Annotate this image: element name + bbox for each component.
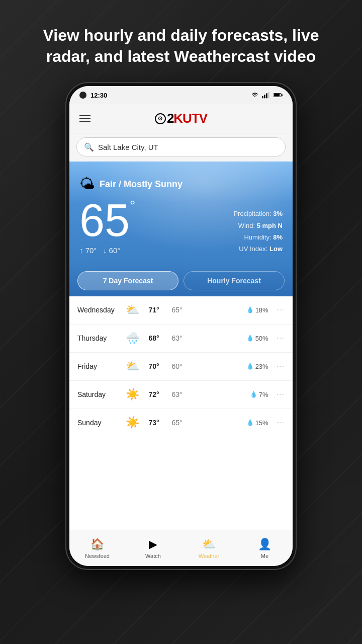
temp-high: 70° [85,246,97,255]
forecast-low: 65° [167,419,187,427]
svg-rect-5 [274,94,280,97]
forecast-more[interactable]: ··· [273,362,285,371]
forecast-icon: 🌧️ [124,332,140,345]
status-left: 12:30 [79,92,107,99]
raindrop-icon: 💧 [246,306,254,313]
page-background: View hourly and daily forecasts, live ra… [0,0,362,644]
temperature-main: 65° ↑ 70° ↓ 60° [79,198,135,255]
nav-newsfeed-icon: 🏠 [90,538,104,551]
forecast-more[interactable]: ··· [273,334,285,343]
humidity-stat: Humidity: 8% [233,231,283,243]
forecast-high: 68° [144,334,163,342]
camera-dot [79,92,86,99]
status-bar: 12:30 [69,86,293,104]
forecast-low: 63° [167,390,187,398]
temp-low: 60° [109,246,121,255]
raindrop-icon: 💧 [246,335,254,342]
forecast-day: Friday [77,362,120,370]
temp-high-low: ↑ 70° ↓ 60° [79,246,135,255]
forecast-icon: ☀️ [124,416,140,429]
forecast-day: Sunday [77,419,120,427]
logo: ⊙ 2 KUTV [99,111,263,126]
hamburger-menu[interactable] [77,113,93,124]
battery-icon [274,92,283,99]
forecast-low: 65° [167,306,187,314]
nav-me-icon: 👤 [258,538,272,551]
forecast-row[interactable]: Thursday 🌧️ 68° 63° 💧 50% ··· [69,325,293,353]
forecast-high: 71° [144,306,163,314]
tab-7day[interactable]: 7 Day Forecast [77,271,178,290]
wifi-icon [250,92,259,99]
svg-rect-1 [264,95,265,98]
condition-text: Fair / Mostly Sunny [100,179,183,190]
forecast-row[interactable]: Friday ⛅ 70° 60° 💧 23% ··· [69,353,293,381]
forecast-more[interactable]: ··· [273,305,285,314]
wind-stat: Wind: 5 mph N [233,220,283,231]
forecast-icon: ☀️ [124,388,140,401]
phone-frame: 12:30 [65,82,297,570]
forecast-high: 70° [144,362,163,370]
signal-icon [262,92,271,99]
svg-rect-2 [266,94,267,99]
nav-watch-label: Watch [145,553,161,559]
forecast-precip: 💧 18% [191,306,268,314]
nav-me-label: Me [261,553,268,559]
forecast-more[interactable]: ··· [273,390,285,399]
forecast-precip: 💧 23% [191,363,268,370]
status-icons [250,92,283,99]
nav-item-newsfeed[interactable]: 🏠 Newsfeed [69,530,125,566]
temperature-value: 65 [79,198,130,243]
tab-hourly[interactable]: Hourly Forecast [184,271,285,290]
svg-rect-0 [262,96,263,99]
forecast-row[interactable]: Sunday ☀️ 73° 65° 💧 15% ··· [69,409,293,437]
forecast-more[interactable]: ··· [273,418,285,427]
forecast-precip: 💧 7% [191,391,268,398]
temp-up-arrow: ↑ [79,246,83,255]
condition-row: 🌤 Fair / Mostly Sunny [79,176,283,193]
nav-weather-label: Weather [199,553,219,559]
cbs-eye-logo: ⊙ [155,113,166,124]
forecast-low: 63° [167,334,187,342]
top-nav: ⊙ 2 KUTV [69,104,293,133]
forecast-low: 60° [167,362,187,370]
nav-item-me[interactable]: 👤 Me [237,530,293,566]
forecast-high: 73° [144,419,163,427]
search-bar[interactable]: 🔍 [76,137,286,156]
location-search-input[interactable] [98,143,278,151]
forecast-icon: ⛅ [124,303,140,316]
raindrop-icon: 💧 [246,419,254,426]
svg-rect-3 [268,92,269,99]
nav-item-watch[interactable]: ▶ Watch [125,530,181,566]
weather-condition-icon: 🌤 [79,176,95,193]
forecast-precip: 💧 50% [191,335,268,342]
search-icon: 🔍 [84,142,94,152]
raindrop-icon: 💧 [250,391,257,398]
phone-screen: 12:30 [69,86,293,566]
degree-symbol: ° [130,198,135,213]
nav-item-weather[interactable]: ⛅ Weather [181,530,237,566]
logo-station: KUTV [173,111,207,126]
svg-rect-6 [282,95,283,96]
forecast-day: Wednesday [77,306,120,314]
tagline: View hourly and daily forecasts, live ra… [0,0,362,82]
search-bar-wrap: 🔍 [69,133,293,162]
forecast-day: Saturday [77,390,120,398]
temp-down-arrow: ↓ [103,246,107,255]
forecast-tabs: 7 Day Forecast Hourly Forecast [69,265,293,296]
uv-stat: UV Index: Low [233,243,283,255]
forecast-day: Thursday [77,334,120,342]
weather-hero: 🌤 Fair / Mostly Sunny 65° ↑ 70° ↓ 60° [69,162,293,265]
forecast-list: Wednesday ⛅ 71° 65° 💧 18% ··· Thursday 🌧… [69,296,293,530]
weather-stats: Precipitation: 3% Wind: 5 mph N Humidity… [233,198,283,255]
forecast-precip: 💧 15% [191,419,268,427]
forecast-high: 72° [144,390,163,398]
raindrop-icon: 💧 [246,363,254,370]
nav-watch-icon: ▶ [149,538,157,551]
bottom-nav: 🏠 Newsfeed ▶ Watch ⛅ Weather 👤 Me [69,530,293,566]
status-time: 12:30 [90,92,107,99]
precipitation-stat: Precipitation: 3% [233,208,283,219]
logo-number: 2 [167,111,173,126]
nav-weather-icon: ⛅ [202,538,216,551]
forecast-row[interactable]: Saturday ☀️ 72° 63° 💧 7% ··· [69,381,293,409]
forecast-row[interactable]: Wednesday ⛅ 71° 65° 💧 18% ··· [69,296,293,325]
